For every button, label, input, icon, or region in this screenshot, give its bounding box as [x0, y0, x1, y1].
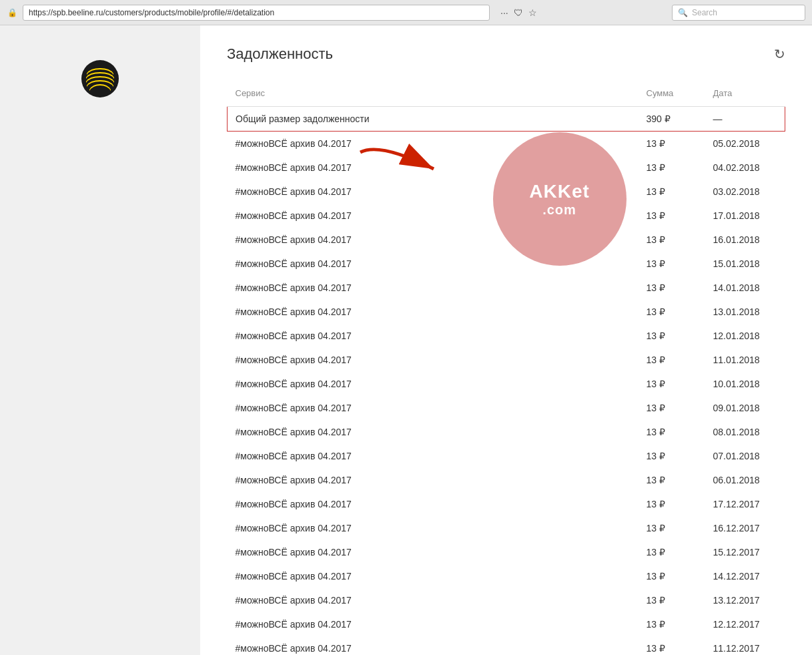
- table-row: #можноВСЁ архив 04.201713 ₽13.12.2017: [228, 588, 785, 612]
- row-service: #можноВСЁ архив 04.2017: [228, 228, 639, 252]
- browser-security-icons: 🔒: [7, 7, 17, 18]
- table-row: #можноВСЁ архив 04.201713 ₽14.12.2017: [228, 564, 785, 588]
- row-date: 08.01.2018: [705, 420, 785, 444]
- table-row: #можноВСЁ архив 04.201713 ₽15.12.2017: [228, 540, 785, 564]
- row-service: #можноВСЁ архив 04.2017: [228, 492, 639, 516]
- row-service: #можноВСЁ архив 04.2017: [228, 180, 639, 204]
- row-service: #можноВСЁ архив 04.2017: [228, 396, 639, 420]
- row-date: 11.12.2017: [705, 636, 785, 655]
- column-header-amount: Сумма: [639, 83, 705, 107]
- row-amount: 13 ₽: [639, 492, 705, 516]
- search-icon: 🔍: [678, 8, 688, 17]
- row-date: 06.01.2018: [705, 468, 785, 492]
- row-date: 03.02.2018: [705, 180, 785, 204]
- row-amount: 13 ₽: [639, 348, 705, 372]
- row-date: 17.12.2017: [705, 492, 785, 516]
- svg-point-0: [81, 60, 119, 97]
- more-menu-icon[interactable]: ···: [500, 7, 508, 18]
- row-amount: 13 ₽: [639, 204, 705, 228]
- refresh-button[interactable]: ↻: [774, 46, 785, 62]
- row-date: 04.02.2018: [705, 156, 785, 180]
- table-row: #можноВСЁ архив 04.201713 ₽15.01.2018: [228, 252, 785, 276]
- table-row: #можноВСЁ архив 04.201713 ₽12.01.2018: [228, 324, 785, 348]
- row-service: #можноВСЁ архив 04.2017: [228, 324, 639, 348]
- row-date: 17.01.2018: [705, 204, 785, 228]
- search-placeholder: Search: [692, 8, 717, 17]
- row-amount: 13 ₽: [639, 324, 705, 348]
- row-date: 12.01.2018: [705, 324, 785, 348]
- row-service: #можноВСЁ архив 04.2017: [228, 252, 639, 276]
- row-amount: 13 ₽: [639, 228, 705, 252]
- table-row: #можноВСЁ архив 04.201713 ₽16.12.2017: [228, 516, 785, 540]
- row-service: #можноВСЁ архив 04.2017: [228, 156, 639, 180]
- row-date: 09.01.2018: [705, 396, 785, 420]
- lock-icon: 🔒: [7, 7, 17, 18]
- table-row: #можноВСЁ архив 04.201713 ₽06.01.2018: [228, 468, 785, 492]
- row-service: #можноВСЁ архив 04.2017: [228, 300, 639, 324]
- row-amount: 13 ₽: [639, 420, 705, 444]
- table-row: #можноВСЁ архив 04.201713 ₽16.01.2018: [228, 228, 785, 252]
- page-layout: AKKet .com Задолженность ↻ Сервис Сумма …: [0, 25, 812, 655]
- table-row: #можноВСЁ архив 04.201713 ₽10.01.2018: [228, 372, 785, 396]
- bookmark-icon[interactable]: ☆: [528, 7, 537, 18]
- table-row: #можноВСЁ архив 04.201713 ₽03.02.2018: [228, 180, 785, 204]
- summary-date: —: [705, 107, 785, 132]
- row-amount: 13 ₽: [639, 468, 705, 492]
- table-row: #можноВСЁ архив 04.201713 ₽12.12.2017: [228, 612, 785, 636]
- table-row: #можноВСЁ архив 04.201713 ₽08.01.2018: [228, 420, 785, 444]
- row-date: 14.01.2018: [705, 276, 785, 300]
- page-title: Задолженность: [227, 45, 333, 63]
- row-service: #можноВСЁ архив 04.2017: [228, 420, 639, 444]
- row-amount: 13 ₽: [639, 540, 705, 564]
- row-service: #можноВСЁ архив 04.2017: [228, 444, 639, 468]
- row-service: #можноВСЁ архив 04.2017: [228, 276, 639, 300]
- summary-amount: 390 ₽: [639, 107, 705, 132]
- row-service: #можноВСЁ архив 04.2017: [228, 516, 639, 540]
- row-amount: 13 ₽: [639, 588, 705, 612]
- table-header: Сервис Сумма Дата: [228, 83, 785, 107]
- row-amount: 13 ₽: [639, 516, 705, 540]
- row-service: #можноВСЁ архив 04.2017: [228, 636, 639, 655]
- summary-service: Общий размер задолженности: [228, 107, 639, 132]
- debt-table: Сервис Сумма Дата Общий размер задолженн…: [227, 83, 785, 655]
- column-header-service: Сервис: [228, 83, 639, 107]
- row-service: #можноВСЁ архив 04.2017: [228, 468, 639, 492]
- column-header-date: Дата: [705, 83, 785, 107]
- row-date: 16.01.2018: [705, 228, 785, 252]
- summary-row: Общий размер задолженности 390 ₽ —: [228, 107, 785, 132]
- row-service: #можноВСЁ архив 04.2017: [228, 348, 639, 372]
- table-row: #можноВСЁ архив 04.201713 ₽05.02.2018: [228, 132, 785, 156]
- row-amount: 13 ₽: [639, 372, 705, 396]
- row-amount: 13 ₽: [639, 180, 705, 204]
- table-row: #можноВСЁ архив 04.201713 ₽11.01.2018: [228, 348, 785, 372]
- sidebar: [0, 25, 200, 655]
- row-amount: 13 ₽: [639, 156, 705, 180]
- row-service: #можноВСЁ архив 04.2017: [228, 612, 639, 636]
- row-date: 13.01.2018: [705, 300, 785, 324]
- row-service: #можноВСЁ архив 04.2017: [228, 588, 639, 612]
- logo-container: [80, 59, 120, 99]
- search-bar[interactable]: 🔍 Search: [672, 5, 805, 21]
- row-date: 05.02.2018: [705, 132, 785, 156]
- table-row: #можноВСЁ архив 04.201713 ₽17.12.2017: [228, 492, 785, 516]
- row-amount: 13 ₽: [639, 636, 705, 655]
- address-bar[interactable]: https://spb.beeline.ru/customers/product…: [23, 5, 490, 21]
- row-date: 16.12.2017: [705, 516, 785, 540]
- row-date: 15.01.2018: [705, 252, 785, 276]
- row-service: #можноВСЁ архив 04.2017: [228, 204, 639, 228]
- row-service: #можноВСЁ архив 04.2017: [228, 564, 639, 588]
- table-body: Общий размер задолженности 390 ₽ — #можн…: [228, 107, 785, 656]
- row-date: 14.12.2017: [705, 564, 785, 588]
- row-date: 15.12.2017: [705, 540, 785, 564]
- browser-menu-icons: ··· 🛡 ☆: [500, 7, 537, 18]
- beeline-logo: [80, 59, 120, 99]
- row-service: #можноВСЁ архив 04.2017: [228, 540, 639, 564]
- row-date: 11.01.2018: [705, 348, 785, 372]
- url-text: https://spb.beeline.ru/customers/product…: [29, 8, 274, 17]
- row-amount: 13 ₽: [639, 132, 705, 156]
- row-service: #можноВСЁ архив 04.2017: [228, 132, 639, 156]
- row-amount: 13 ₽: [639, 396, 705, 420]
- table-row: #можноВСЁ архив 04.201713 ₽11.12.2017: [228, 636, 785, 655]
- shield-icon: 🛡: [514, 7, 523, 18]
- row-service: #можноВСЁ архив 04.2017: [228, 372, 639, 396]
